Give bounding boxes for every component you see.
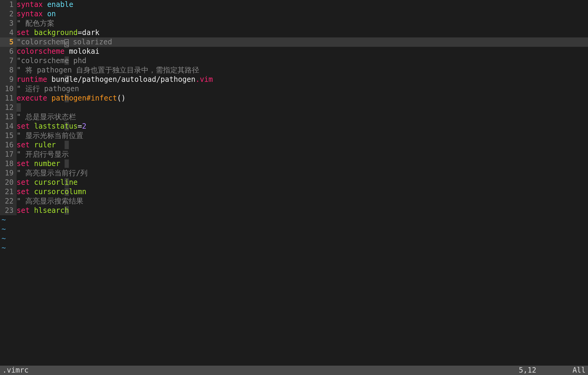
token (30, 141, 34, 149)
tilde-icon: ~ (0, 243, 6, 253)
empty-line: ~ (0, 225, 588, 234)
token: molokai (65, 47, 100, 56)
line-number: 14 (0, 122, 17, 131)
code-line[interactable]: 4set background=dark (0, 28, 588, 37)
line-content[interactable]: " 显示光标当前位置 (17, 131, 588, 140)
line-content[interactable]: set number (17, 159, 588, 168)
token: phd (69, 56, 86, 65)
token: " 开启行号显示 (17, 150, 69, 159)
token: pat (52, 94, 65, 102)
code-line[interactable]: 22" 高亮显示搜索结果 (0, 197, 588, 206)
token: ogen#infect (69, 94, 117, 102)
code-line[interactable]: 9runtime bundle/pathogen/autoload/pathog… (0, 75, 588, 84)
line-content[interactable]: " 总是显示状态栏 (17, 112, 588, 122)
line-content[interactable]: set ruler (17, 140, 588, 150)
line-content[interactable]: execute pathogen#infect() (17, 94, 588, 103)
tilde-icon: ~ (0, 234, 6, 243)
token (30, 28, 34, 37)
line-number: 12 (0, 103, 17, 112)
code-line[interactable]: 16set ruler (0, 140, 588, 150)
code-line[interactable]: 14set laststatus=2 (0, 122, 588, 131)
status-scroll-indicator: All (573, 366, 586, 375)
cursorcolumn-cell: d (65, 75, 69, 84)
token: " 运行 pathogen (17, 85, 79, 93)
token: " 显示光标当前位置 (17, 131, 83, 140)
code-line[interactable]: 6colorscheme molokai (0, 47, 588, 56)
tilde-icon: ~ (0, 215, 6, 225)
cursorcolumn-cell: h (65, 94, 69, 102)
line-number: 19 (0, 168, 17, 178)
code-line[interactable]: 21set cursorcolumn (0, 187, 588, 197)
line-content[interactable]: " 配色方案 (17, 19, 588, 28)
empty-line: ~ (0, 243, 588, 253)
code-line[interactable]: 3" 配色方案 (0, 19, 588, 28)
line-content[interactable]: syntax enable (17, 0, 588, 9)
text-buffer[interactable]: 1syntax enable2syntax on3" 配色方案4set back… (0, 0, 588, 366)
cursorcolumn-cell: i (65, 178, 69, 187)
line-content[interactable]: "colorscheme phd (17, 56, 588, 66)
code-line[interactable]: 8" 将 pathogen 自身也置于独立目录中，需指定其路径 (0, 66, 588, 75)
code-line[interactable]: 15" 显示光标当前位置 (0, 131, 588, 140)
cursorcolumn-cell (65, 159, 69, 168)
token: "colorschem (17, 38, 65, 46)
token: solarized (69, 38, 112, 46)
token (43, 10, 47, 18)
line-number: 10 (0, 84, 17, 94)
line-content[interactable]: " 运行 pathogen (17, 84, 588, 94)
token: le/pathogen/autoload/pathogen (69, 75, 195, 84)
token: set (17, 122, 30, 130)
tilde-icon: ~ (0, 225, 6, 234)
line-content[interactable]: set laststatus=2 (17, 122, 588, 131)
cursorcolumn-cell: o (65, 188, 69, 196)
token (30, 159, 34, 168)
line-content[interactable] (17, 103, 588, 112)
line-content[interactable]: colorscheme molokai (17, 47, 588, 56)
status-cursor-position: 5,12 (519, 366, 536, 375)
code-line[interactable]: 20set cursorline (0, 178, 588, 187)
code-line[interactable]: 1syntax enable (0, 0, 588, 9)
line-number: 23 (0, 206, 17, 215)
line-content[interactable]: syntax on (17, 9, 588, 19)
token: " 高亮显示搜索结果 (17, 197, 83, 205)
code-line[interactable]: 11execute pathogen#infect() (0, 94, 588, 103)
code-line[interactable]: 13" 总是显示状态栏 (0, 112, 588, 122)
token: " 总是显示状态栏 (17, 113, 76, 121)
code-line[interactable]: 18set number (0, 159, 588, 168)
code-line[interactable]: 19" 高亮显示当前行/列 (0, 168, 588, 178)
current-line[interactable]: 5"colorscheme solarized (0, 37, 588, 47)
line-number: 1 (0, 0, 17, 9)
vim-editor[interactable]: 1syntax enable2syntax on3" 配色方案4set back… (0, 0, 588, 375)
line-content[interactable]: " 高亮显示当前行/列 (17, 168, 588, 178)
token (43, 0, 47, 9)
token: ne (69, 178, 78, 187)
token (30, 178, 34, 187)
line-content[interactable]: runtime bundle/pathogen/autoload/pathoge… (17, 75, 588, 84)
line-content[interactable]: set cursorcolumn (17, 187, 588, 197)
token: execute (17, 94, 47, 102)
token (30, 122, 34, 130)
empty-line: ~ (0, 215, 588, 225)
line-content[interactable]: set hlsearch (17, 206, 588, 215)
line-content[interactable]: "colorscheme solarized (17, 37, 588, 47)
token: = (78, 122, 82, 130)
token: syntax (17, 0, 43, 9)
line-content[interactable]: " 将 pathogen 自身也置于独立目录中，需指定其路径 (17, 66, 588, 75)
code-line[interactable]: 17" 开启行号显示 (0, 150, 588, 159)
line-content[interactable]: set cursorline (17, 178, 588, 187)
line-number: 6 (0, 47, 17, 56)
token: " 高亮显示当前行/列 (17, 169, 88, 177)
code-line[interactable]: 12 (0, 103, 588, 112)
line-content[interactable]: " 开启行号显示 (17, 150, 588, 159)
code-line[interactable]: 7"colorscheme phd (0, 56, 588, 66)
token: laststa (34, 122, 65, 130)
token: =dark (78, 28, 99, 37)
code-line[interactable]: 10" 运行 pathogen (0, 84, 588, 94)
token: . (195, 75, 200, 84)
token: lumn (69, 188, 86, 196)
line-content[interactable]: " 高亮显示搜索结果 (17, 197, 588, 206)
code-line[interactable]: 23set hlsearch (0, 206, 588, 215)
code-line[interactable]: 2syntax on (0, 9, 588, 19)
line-number: 5 (0, 37, 17, 47)
line-number: 7 (0, 56, 17, 66)
line-content[interactable]: set background=dark (17, 28, 588, 37)
